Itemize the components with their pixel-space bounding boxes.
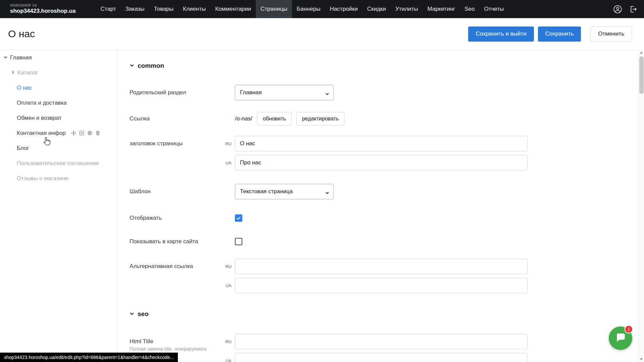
link-edit-button[interactable]: редактировать bbox=[296, 112, 344, 125]
chat-bubble-icon bbox=[615, 332, 626, 345]
sitemap-checkbox[interactable] bbox=[235, 238, 242, 245]
scroll-up-icon[interactable] bbox=[639, 50, 644, 55]
topbar-icons bbox=[613, 0, 637, 18]
link-update-button[interactable]: обновить bbox=[257, 112, 292, 125]
nav-clients[interactable]: Клиенты bbox=[178, 0, 210, 18]
sidebar-item-about[interactable]: О нас bbox=[0, 80, 117, 95]
nav-banners[interactable]: Баннеры bbox=[292, 0, 325, 18]
html-title-label-stack: Html Title Полная замена title, генериру… bbox=[130, 334, 235, 352]
html-title-row: Html Title Полная замена title, генериру… bbox=[130, 334, 644, 362]
lang-ua-tag: UA bbox=[223, 353, 232, 362]
sidebar-item-catalog[interactable]: Каталог bbox=[0, 65, 117, 80]
sidebar-item-label: Главная bbox=[10, 54, 32, 61]
sidebar-item-payment[interactable]: Оплата и доставка bbox=[0, 95, 117, 110]
lang-ru-tag: RU bbox=[223, 136, 232, 151]
page-title-ua-input[interactable] bbox=[235, 155, 528, 170]
app: HOROSHOP V4 shop34423.horoshop.ua Старт … bbox=[0, 0, 644, 362]
alt-link-ua-wrap: UA bbox=[235, 278, 528, 293]
nav-reports[interactable]: Отчеты bbox=[479, 0, 508, 18]
content: Главная Каталог О нас Оплата и доставка … bbox=[0, 50, 644, 362]
page-title-fields: RU UA bbox=[235, 136, 528, 170]
template-label: Шаблон bbox=[130, 188, 235, 195]
add-icon[interactable] bbox=[79, 130, 85, 136]
html-title-fields: RU UA bbox=[235, 334, 528, 362]
pages-tree-sidebar: Главная Каталог О нас Оплата и доставка … bbox=[0, 50, 118, 362]
save-exit-button[interactable]: Сохранить и выйти bbox=[468, 27, 534, 42]
page-edit-form: common Родительский раздел Главная Ссылк… bbox=[118, 50, 644, 362]
sidebar-item-label: Каталог bbox=[17, 69, 38, 76]
html-title-ua-input[interactable] bbox=[235, 353, 528, 362]
sidebar-item-agreement[interactable]: Пользовательское соглашение bbox=[0, 156, 117, 171]
link-value: /o-nas/ bbox=[235, 115, 252, 122]
cancel-button[interactable]: Отменить bbox=[590, 27, 632, 42]
section-title: common bbox=[138, 62, 164, 69]
html-title-ru-wrap: RU bbox=[235, 334, 528, 349]
sitemap-label: Показывать в карте сайта bbox=[130, 238, 235, 245]
chevron-right-icon bbox=[11, 69, 15, 76]
sidebar-item-main[interactable]: Главная bbox=[0, 50, 117, 65]
chevron-down-icon bbox=[3, 54, 8, 61]
alt-link-ua-input[interactable] bbox=[235, 278, 528, 293]
nav-comments[interactable]: Комментарии bbox=[210, 0, 256, 18]
html-title-label: Html Title bbox=[130, 338, 235, 345]
lang-ua-tag: UA bbox=[223, 155, 232, 170]
scrollbar-thumb[interactable] bbox=[639, 56, 644, 94]
nav-marketing[interactable]: Маркетинг bbox=[423, 0, 460, 18]
link-row: Ссылка /o-nas/ обновить редактировать bbox=[130, 112, 644, 125]
link-label: Ссылка bbox=[130, 115, 235, 122]
template-row: Шаблон Текстовая страница bbox=[130, 184, 644, 199]
sidebar-item-contacts[interactable]: Контактная инфор bbox=[0, 125, 117, 141]
parent-section-label: Родительский раздел bbox=[130, 89, 235, 96]
html-title-ru-input[interactable] bbox=[235, 334, 528, 349]
nav-utilities[interactable]: Утилиты bbox=[391, 0, 423, 18]
alt-link-fields: RU UA bbox=[235, 259, 528, 293]
top-nav: Старт Заказы Товары Клиенты Комментарии … bbox=[96, 0, 509, 18]
chevron-down-icon bbox=[325, 190, 329, 197]
alt-link-ru-input[interactable] bbox=[235, 259, 528, 274]
scroll-down-icon[interactable] bbox=[639, 356, 644, 362]
parent-section-select[interactable]: Главная bbox=[235, 85, 334, 100]
brand-version: HOROSHOP V4 bbox=[10, 4, 76, 8]
status-url-bar: shop34423.horoshop.ua/edit/edit.php?id=6… bbox=[0, 353, 178, 362]
user-icon[interactable] bbox=[613, 5, 622, 14]
sidebar-item-label: Контактная инфор bbox=[17, 130, 66, 137]
chat-unread-badge: 1 bbox=[625, 325, 633, 333]
nav-seo[interactable]: Seo bbox=[460, 0, 479, 18]
move-icon[interactable] bbox=[71, 130, 77, 136]
selected-value: Текстовая страница bbox=[240, 188, 293, 195]
sidebar-item-label: Оплата и доставка bbox=[17, 100, 67, 106]
brand-domain: shop34423.horoshop.ua bbox=[10, 8, 76, 14]
gear-icon[interactable] bbox=[87, 130, 93, 136]
page-title-ua-wrap: UA bbox=[235, 155, 528, 170]
lang-ru-tag: RU bbox=[223, 259, 232, 274]
alt-link-row: Альтернативная ссылка RU UA bbox=[130, 259, 644, 293]
sidebar-item-blog[interactable]: Блог bbox=[0, 141, 117, 156]
save-button[interactable]: Сохранить bbox=[538, 27, 581, 42]
sidebar-item-label: Блог bbox=[17, 145, 29, 152]
nav-settings[interactable]: Настройки bbox=[325, 0, 362, 18]
selected-value: Главная bbox=[240, 89, 262, 96]
page-title-ru-input[interactable] bbox=[235, 136, 528, 151]
vertical-scrollbar[interactable] bbox=[638, 50, 644, 362]
section-common[interactable]: common bbox=[130, 62, 644, 69]
nav-start[interactable]: Старт bbox=[96, 0, 121, 18]
sidebar-item-exchange[interactable]: Обмен и возврат bbox=[0, 110, 117, 125]
section-seo[interactable]: seo bbox=[130, 310, 644, 318]
tree-item-actions bbox=[71, 130, 101, 136]
display-checkbox[interactable] bbox=[235, 214, 242, 222]
nav-pages[interactable]: Страницы bbox=[256, 0, 292, 18]
sidebar-item-reviews[interactable]: Отзывы о магазине bbox=[0, 171, 117, 186]
trash-icon[interactable] bbox=[95, 130, 101, 136]
chevron-down-icon bbox=[325, 91, 329, 98]
chevron-down-icon bbox=[130, 310, 134, 318]
nav-discounts[interactable]: Скидки bbox=[362, 0, 391, 18]
sidebar-item-label: О нас bbox=[17, 85, 32, 91]
sidebar-item-label: Обмен и возврат bbox=[17, 115, 61, 121]
nav-orders[interactable]: Заказы bbox=[121, 0, 149, 18]
logout-icon[interactable] bbox=[629, 5, 637, 13]
template-select[interactable]: Текстовая страница bbox=[235, 184, 334, 199]
brand[interactable]: HOROSHOP V4 shop34423.horoshop.ua bbox=[10, 0, 76, 18]
nav-products[interactable]: Товары bbox=[149, 0, 178, 18]
sidebar-item-label: Пользовательское соглашение bbox=[17, 160, 99, 167]
chat-widget-button[interactable]: 1 bbox=[609, 326, 632, 350]
